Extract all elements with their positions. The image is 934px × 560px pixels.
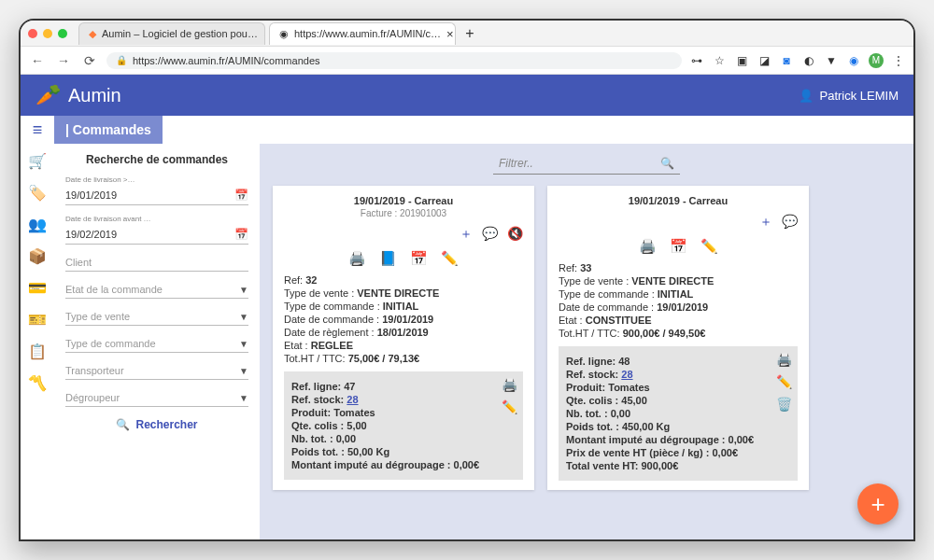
date-from-input[interactable]: 19/01/2019 📅 [65,186,248,205]
ext-icon[interactable]: ◉ [846,53,861,68]
browser-address-bar: ← → ⟳ 🔒 https://www.aumin.fr/AUMIN/comma… [21,47,913,75]
sidebar-item-tickets[interactable]: 🎫 [28,310,47,329]
extension-icons: ⊶ ☆ ▣ ◪ ◙ ◐ ▼ ◉ M ⋮ [689,53,906,68]
reload-button[interactable]: ⟳ [80,51,99,70]
chevron-down-icon: ▼ [239,339,248,349]
print-icon[interactable]: 🖨️ [639,238,657,255]
new-tab-button[interactable]: + [460,23,480,44]
filter-input[interactable]: Filtrer.. 🔍 [493,153,680,175]
cast-icon[interactable]: ▣ [734,53,749,68]
brand-icon: 🥕 [35,83,61,107]
print-icon[interactable]: 🖨️ [348,250,366,267]
chevron-down-icon: ▼ [239,312,248,322]
add-icon[interactable]: ＋ [460,226,473,243]
tab-title: Aumin – Logiciel de gestion pou… [102,28,258,39]
main-content: Filtrer.. 🔍 19/01/2019 - Carreau Facture… [260,144,913,539]
chevron-down-icon: ▼ [239,366,248,376]
lock-icon: 🔒 [116,55,127,65]
degroupeur-select[interactable]: Dégroupeur ▼ [65,389,248,407]
edit-icon[interactable]: ✏️ [441,250,459,267]
calendar-icon[interactable]: 📅 [670,238,687,255]
comment-icon[interactable]: 💬 [782,214,798,231]
close-icon[interactable]: × [263,27,265,41]
card-title: 19/01/2019 - Carreau [559,195,798,206]
search-heading: Recherche de commandes [65,153,248,166]
order-card: 19/01/2019 - Carreau Facture : 201901003… [273,186,534,490]
sidebar-nav: 🛒 🏷️ 👥 📦 💳 🎫 📋 〽️ [21,144,54,539]
close-icon[interactable]: × [446,27,454,41]
book-icon[interactable]: 📘 [379,250,397,267]
field-label: Date de livraison avant … [65,215,248,223]
comment-icon[interactable]: 💬 [482,226,498,243]
user-icon: 👤 [799,89,814,103]
edit-icon[interactable]: ✏️ [776,374,792,389]
menu-icon[interactable]: ⋮ [891,53,906,68]
sidebar-item-clipboard[interactable]: 📋 [28,342,47,360]
card-invoice: Facture : 201901003 [284,208,523,218]
key-icon[interactable]: ⊶ [689,53,704,68]
browser-tab-0[interactable]: ◆ Aumin – Logiciel de gestion pou… × [78,22,265,45]
client-input[interactable]: Client [65,254,248,272]
add-icon[interactable]: ＋ [759,214,772,231]
order-card: 19/01/2019 - Carreau ＋ 💬 🖨️ 📅 ✏️ Ref: 33… [547,186,809,490]
sidebar-item-products[interactable]: 📦 [28,246,47,265]
ext-icon[interactable]: ◪ [757,53,771,68]
card-title: 19/01/2019 - Carreau [284,195,523,206]
date-to-input[interactable]: 19/02/2019 📅 [65,225,248,245]
chevron-down-icon: ▼ [239,393,248,403]
page-title: | Commandes [65,122,151,137]
sidebar-item-orders[interactable]: 🛒 [28,151,47,170]
order-line: 🖨️ ✏️ Ref. ligne: 47 Ref. stock: 28 Prod… [284,371,523,480]
app-topbar: 🥕 Aumin 👤 Patrick LEMIM [21,75,913,116]
sidebar-item-payments[interactable]: 💳 [28,278,47,297]
print-icon[interactable]: 🖨️ [502,377,517,392]
delete-icon[interactable]: 🗑️ [776,397,792,412]
edit-icon[interactable]: ✏️ [502,399,517,414]
ext-icon[interactable]: ◙ [779,53,794,68]
mute-icon[interactable]: 🔇 [507,226,523,243]
user-name: Patrick LEMIM [819,89,899,103]
forward-button[interactable]: → [54,51,73,70]
ext-icon[interactable]: ◐ [801,53,816,68]
calendar-icon[interactable]: 📅 [234,189,248,202]
chevron-down-icon: ▼ [239,285,248,295]
page-title-bar: | Commandes [54,116,163,144]
search-button[interactable]: 🔍 Rechercher [65,418,248,431]
window-close[interactable] [28,29,37,38]
search-icon: 🔍 [116,418,130,431]
ext-icon[interactable]: ▼ [824,53,839,68]
calendar-icon[interactable]: 📅 [410,250,428,267]
stock-link[interactable]: 28 [621,369,632,380]
star-icon[interactable]: ☆ [712,53,727,68]
type-vente-select[interactable]: Type de vente ▼ [65,308,248,326]
browser-tab-bar: ◆ Aumin – Logiciel de gestion pou… × ◉ h… [21,21,913,47]
url-input[interactable]: 🔒 https://www.aumin.fr/AUMIN/commandes [106,52,682,69]
brand-name: Aumin [68,85,121,106]
transporteur-select[interactable]: Transporteur ▼ [65,362,248,380]
stock-link[interactable]: 28 [347,394,358,405]
field-label: Date de livraison >… [65,175,248,184]
search-panel: Recherche de commandes Date de livraison… [54,144,260,539]
print-icon[interactable]: 🖨️ [776,352,792,367]
browser-tab-1[interactable]: ◉ https://www.aumin.fr/AUMIN/c… × [269,22,456,45]
back-button[interactable]: ← [28,51,47,70]
search-icon: 🔍 [660,157,674,170]
window-maximize[interactable] [58,29,67,38]
etat-select[interactable]: Etat de la commande ▼ [65,281,248,299]
window-minimize[interactable] [43,29,52,38]
tab-title: https://www.aumin.fr/AUMIN/c… [294,28,441,39]
brand[interactable]: 🥕 Aumin [35,83,121,107]
url-text: https://www.aumin.fr/AUMIN/commandes [133,55,320,66]
sidebar-item-tags[interactable]: 🏷️ [28,183,47,202]
type-commande-select[interactable]: Type de commande ▼ [65,335,248,353]
calendar-icon[interactable]: 📅 [234,228,248,241]
avatar-icon[interactable]: M [869,53,884,68]
sidebar-item-stats[interactable]: 〽️ [28,373,47,392]
edit-icon[interactable]: ✏️ [700,238,718,255]
fab-add-button[interactable]: + [857,483,899,525]
hamburger-menu[interactable]: ≡ [21,116,54,144]
sidebar-item-clients[interactable]: 👥 [28,215,47,233]
user-menu[interactable]: 👤 Patrick LEMIM [799,89,899,103]
order-line: 🖨️ ✏️ 🗑️ Ref. ligne: 48 Ref. stock: 28 P… [559,346,798,481]
